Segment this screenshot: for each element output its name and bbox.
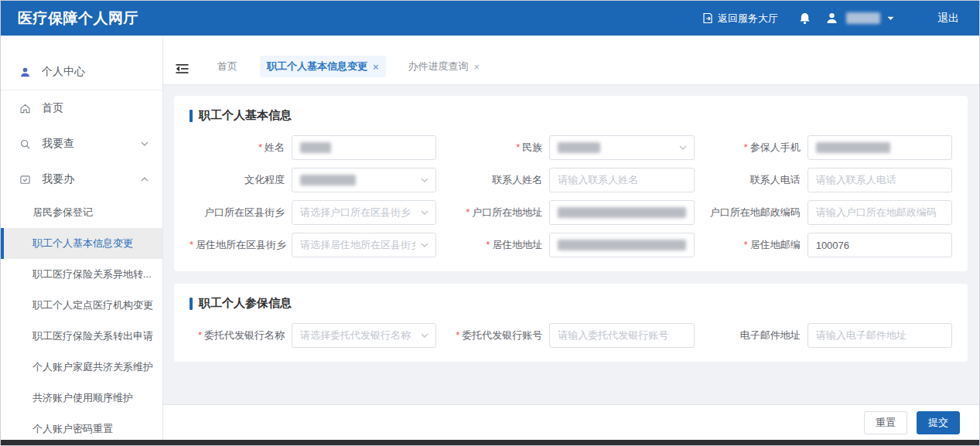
tab-home[interactable]: 首页 — [210, 56, 244, 77]
input-name[interactable] — [292, 135, 436, 160]
field-label: 文化程度 — [190, 173, 292, 187]
sidebar-subitem[interactable]: 个人账户家庭共济关系维护 — [1, 352, 162, 383]
sidebar-item-handle[interactable]: 我要办 — [1, 162, 162, 197]
input-contact-name[interactable]: 请输入联系人姓名 — [549, 168, 694, 192]
select-education[interactable] — [292, 168, 436, 192]
input-bank-account[interactable]: 请输入委托代发银行账号 — [549, 323, 694, 348]
required-asterisk: * — [466, 206, 470, 218]
chevron-down-icon — [141, 141, 149, 146]
collapse-sidebar-icon[interactable] — [171, 60, 195, 77]
sidebar-item-home[interactable]: 首页 — [1, 90, 162, 126]
field-placeholder: 请输入电子邮件地址 — [816, 329, 907, 342]
input-hukou-address[interactable] — [549, 200, 694, 225]
field-label: *委托代发银行账号 — [447, 329, 549, 342]
sidebar-subitem[interactable]: 职工个人定点医疗机构变更 — [1, 290, 162, 321]
logout-button[interactable]: 退出 — [937, 12, 959, 26]
input-hukou-postcode[interactable]: 请输入户口所在地邮政编码 — [808, 200, 952, 225]
field-label: 联系人姓名 — [447, 173, 549, 187]
chevron-down-icon — [421, 178, 429, 182]
field-label: 联系人电话 — [705, 173, 808, 187]
reset-button[interactable]: 重置 — [864, 411, 907, 434]
form-field-name: *姓名 — [190, 135, 436, 160]
tab-employee-info-change[interactable]: 职工个人基本信息变更 × — [260, 56, 386, 77]
input-residence-postcode[interactable]: 100076 — [808, 233, 952, 257]
redacted-value — [558, 142, 600, 153]
sidebar-item-label: 首页 — [42, 101, 63, 115]
input-residence-address[interactable] — [549, 233, 694, 257]
select-ethnicity[interactable] — [549, 135, 694, 160]
section-insure-info: 职工个人参保信息 *委托代发银行名称请选择委托代发银行名称*委托代发银行账号请输… — [174, 284, 968, 362]
field-placeholder: 请输入联系人姓名 — [558, 173, 638, 187]
sidebar-subitem-label: 职工医疗保险关系异地转... — [32, 267, 152, 281]
form-field-residence-district: *居住地所在区县街乡请选择居住地所在区县街乡 — [190, 233, 436, 257]
input-contact-phone[interactable]: 请输入联系人电话 — [808, 168, 952, 192]
chevron-down-icon — [679, 145, 687, 150]
redacted-value — [300, 175, 356, 186]
form-grid: *委托代发银行名称请选择委托代发银行名称*委托代发银行账号请输入委托代发银行账号… — [190, 323, 952, 348]
footer-action-bar: 重置 提交 — [163, 404, 979, 440]
app-window: 医疗保障个人网厅 返回服务大厅 退出 — [0, 0, 980, 446]
redacted-value — [558, 240, 685, 250]
sidebar-subitem[interactable]: 职工个人基本信息变更 — [1, 228, 162, 259]
form-field-residence-postcode: *居住地邮编100076 — [705, 233, 952, 257]
field-label: *户口所在地地址 — [447, 206, 549, 220]
submit-button[interactable]: 提交 — [917, 411, 960, 434]
field-placeholder: 请输入户口所在地邮政编码 — [816, 206, 937, 220]
sidebar-subitem[interactable]: 个人账户密码重置 — [1, 414, 162, 440]
user-icon[interactable] — [825, 12, 838, 25]
tasks-icon — [19, 174, 32, 186]
form-field-contact-phone: 联系人电话请输入联系人电话 — [705, 168, 952, 192]
form-field-ethnicity: *民族 — [447, 135, 694, 160]
close-icon[interactable]: × — [373, 62, 379, 72]
form-field-insured-mobile: *参保人手机 — [705, 135, 952, 160]
input-email[interactable]: 请输入电子邮件地址 — [808, 323, 952, 348]
sidebar-subitem[interactable]: 共济账户使用顺序维护 — [1, 383, 162, 414]
sidebar-subitem-label: 职工个人定点医疗机构变更 — [32, 298, 153, 312]
sidebar: 个人中心 首页 我要查 — [1, 36, 163, 440]
sidebar-subitem-label: 共济账户使用顺序维护 — [32, 391, 133, 405]
form-field-bank-name: *委托代发银行名称请选择委托代发银行名称 — [190, 323, 436, 348]
form-field-education: 文化程度 — [190, 168, 436, 192]
sidebar-subitem[interactable]: 职工医疗保险关系转出申请 — [1, 321, 162, 352]
section-title-text: 职工个人参保信息 — [199, 296, 292, 311]
field-label: *委托代发银行名称 — [190, 329, 292, 342]
main-area: 首页 职工个人基本信息变更 × 办件进度查询 × 职工个人基本信息 — [163, 36, 979, 440]
sidebar-subitem[interactable]: 居民参保登记 — [1, 197, 162, 228]
form-field-hukou-district: 户口所在区县街乡请选择户口所在区县街乡 — [190, 200, 436, 225]
select-hukou-district[interactable]: 请选择户口所在区县街乡 — [292, 200, 436, 225]
document-return-icon — [702, 12, 713, 24]
field-placeholder: 请选择户口所在区县街乡 — [300, 206, 411, 220]
required-asterisk: * — [744, 239, 748, 250]
field-label: *居住地地址 — [447, 238, 549, 252]
required-asterisk: * — [456, 329, 459, 341]
sidebar-submenu: 居民参保登记职工个人基本信息变更职工医疗保险关系异地转...职工个人定点医疗机构… — [1, 197, 162, 440]
chevron-down-icon — [421, 333, 429, 338]
section-title: 职工个人基本信息 — [190, 108, 952, 123]
field-label: *居住地邮编 — [705, 238, 808, 252]
close-icon[interactable]: × — [474, 62, 480, 72]
required-asterisk: * — [198, 329, 202, 341]
return-hall-link[interactable]: 返回服务大厅 — [702, 12, 778, 26]
required-asterisk: * — [486, 239, 490, 250]
field-label: *居住地所在区县街乡 — [190, 238, 292, 252]
sidebar-item-query[interactable]: 我要查 — [1, 126, 162, 162]
field-label: *姓名 — [190, 141, 292, 155]
window-bottom-bar — [1, 440, 979, 445]
caret-down-icon[interactable] — [887, 16, 894, 21]
input-insured-mobile[interactable] — [808, 135, 952, 160]
return-hall-label: 返回服务大厅 — [718, 12, 778, 26]
form-grid: *姓名*民族*参保人手机文化程度联系人姓名请输入联系人姓名联系人电话请输入联系人… — [190, 135, 952, 257]
select-bank-name[interactable]: 请选择委托代发银行名称 — [292, 323, 436, 348]
sidebar-item-personal-center[interactable]: 个人中心 — [1, 54, 162, 90]
sidebar-subitem[interactable]: 职工医疗保险关系异地转... — [1, 259, 162, 290]
bell-icon[interactable] — [798, 12, 811, 26]
select-residence-district[interactable]: 请选择居住地所在区县街乡 — [292, 233, 436, 257]
chevron-down-icon — [421, 210, 429, 215]
form-field-contact-name: 联系人姓名请输入联系人姓名 — [447, 168, 694, 192]
tab-progress-query[interactable]: 办件进度查询 × — [401, 56, 487, 77]
required-asterisk: * — [744, 141, 748, 153]
username-redacted[interactable] — [846, 12, 880, 24]
sidebar-subitem-label: 个人账户家庭共济关系维护 — [32, 360, 153, 374]
content-area: 职工个人基本信息 *姓名*民族*参保人手机文化程度联系人姓名请输入联系人姓名联系… — [163, 85, 979, 404]
sidebar-subitem-label: 职工个人基本信息变更 — [32, 237, 133, 250]
